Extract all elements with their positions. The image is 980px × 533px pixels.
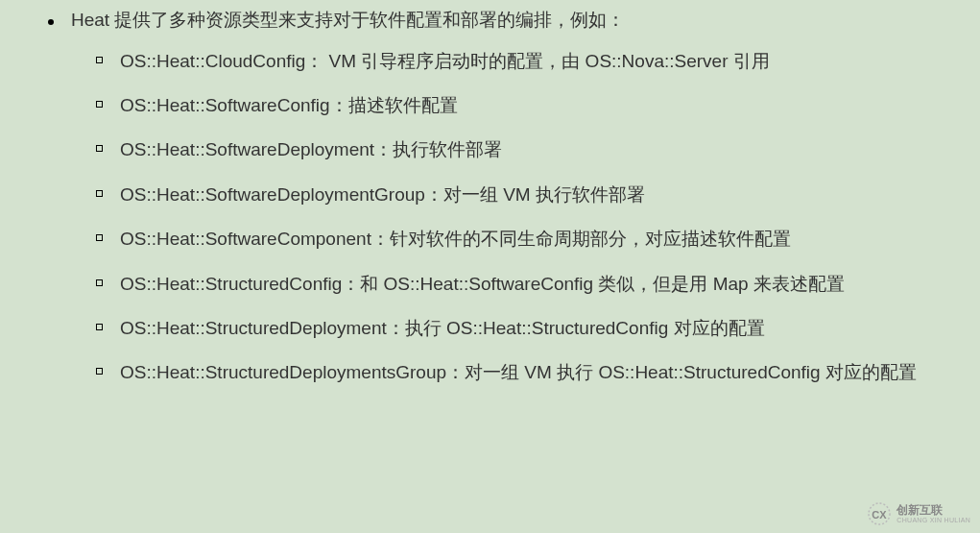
sub-list-item: OS::Heat::CloudConfig： VM 引导程序启动时的配置，由 O… (96, 47, 942, 76)
sub-list-item: OS::Heat::SoftwareConfig：描述软件配置 (96, 91, 942, 120)
watermark-en-text: CHUANG XIN HULIAN (896, 517, 970, 524)
square-bullet-icon (96, 57, 103, 63)
square-bullet-icon (96, 279, 103, 286)
sub-item-text: OS::Heat::SoftwareConfig：描述软件配置 (120, 91, 458, 120)
sub-item-text: OS::Heat::StructuredConfig：和 OS::Heat::S… (120, 270, 845, 299)
sub-item-text: OS::Heat::StructuredDeployment：执行 OS::He… (120, 314, 765, 343)
square-bullet-icon (96, 234, 103, 241)
sub-list-item: OS::Heat::StructuredDeploymentsGroup：对一组… (96, 358, 942, 387)
watermark-logo-icon: CX (866, 500, 893, 527)
main-bullet-text: Heat 提供了多种资源类型来支持对于软件配置和部署的编排，例如： (71, 8, 625, 34)
sub-list-item: OS::Heat::SoftwareDeployment：执行软件部署 (96, 135, 942, 164)
sub-list-item: OS::Heat::SoftwareComponent：针对软件的不同生命周期部… (96, 225, 942, 254)
watermark-cn-text: 创新互联 (896, 504, 970, 517)
sub-item-text: OS::Heat::CloudConfig： VM 引导程序启动时的配置，由 O… (120, 47, 770, 76)
square-bullet-icon (96, 324, 103, 330)
svg-text:CX: CX (872, 509, 888, 521)
sub-list-item: OS::Heat::StructuredDeployment：执行 OS::He… (96, 314, 942, 343)
sub-item-text: OS::Heat::SoftwareComponent：针对软件的不同生命周期部… (120, 225, 791, 254)
sub-list-item: OS::Heat::SoftwareDeploymentGroup：对一组 VM… (96, 181, 942, 209)
square-bullet-icon (96, 190, 103, 197)
sub-item-text: OS::Heat::SoftwareDeployment：执行软件部署 (120, 135, 502, 164)
square-bullet-icon (96, 145, 103, 152)
main-list-item: Heat 提供了多种资源类型来支持对于软件配置和部署的编排，例如： (48, 8, 942, 34)
square-bullet-icon (96, 101, 103, 108)
dot-bullet-icon (48, 19, 54, 25)
watermark: CX 创新互联 CHUANG XIN HULIAN (866, 500, 970, 527)
sub-list: OS::Heat::CloudConfig： VM 引导程序启动时的配置，由 O… (96, 47, 942, 388)
sub-item-text: OS::Heat::SoftwareDeploymentGroup：对一组 VM… (120, 181, 645, 209)
square-bullet-icon (96, 368, 103, 375)
watermark-text-group: 创新互联 CHUANG XIN HULIAN (896, 504, 970, 524)
sub-list-item: OS::Heat::StructuredConfig：和 OS::Heat::S… (96, 270, 942, 299)
sub-item-text: OS::Heat::StructuredDeploymentsGroup：对一组… (120, 358, 917, 387)
